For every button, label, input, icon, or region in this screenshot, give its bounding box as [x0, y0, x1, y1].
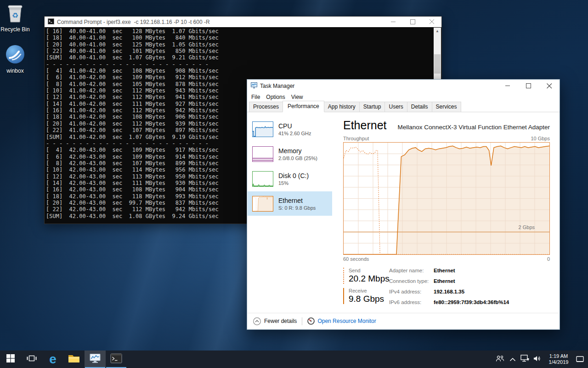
taskbar-clock[interactable]: 1:19 AM 1/4/2019 — [545, 353, 572, 365]
fewer-details-button[interactable]: Fewer details — [253, 317, 297, 325]
winbox-icon — [5, 58, 25, 66]
detail-value: 192.168.1.35 — [434, 289, 509, 298]
tab-startup[interactable]: Startup — [359, 102, 385, 112]
receive-label: Receive — [349, 288, 389, 293]
sidebar-item-subtitle: 15% — [278, 180, 309, 186]
receive-stat: Receive 9.8 Gbps — [343, 288, 389, 304]
tab-services[interactable]: Services — [432, 102, 461, 112]
sidebar-item-title: CPU — [278, 122, 311, 130]
scrollbar-up-arrow[interactable]: ▲ — [434, 28, 441, 34]
chart-x-right-label: 0 — [547, 256, 550, 262]
chart-marker-label: 2 Gbps — [519, 224, 535, 230]
taskbar-task-manager-button[interactable] — [85, 351, 106, 368]
edge-icon: e — [49, 353, 57, 365]
sidebar-item-title: Disk 0 (C:) — [278, 172, 309, 179]
menu-bar: FileOptionsView — [247, 92, 560, 102]
performance-sidebar: CPU41% 2.60 GHzMemory2.0/8.0 GB (25%)Dis… — [248, 113, 332, 312]
send-stat: Send 20.2 Mbps — [343, 268, 389, 284]
resource-monitor-icon — [307, 317, 315, 325]
task-manager-icon — [89, 353, 101, 366]
sidebar-item-title: Memory — [278, 147, 317, 155]
desktop-icon-label: Recycle Bin — [0, 26, 30, 33]
windows-icon — [6, 354, 15, 365]
taskbar: e 1:19 AM 1/4/2019 — [0, 351, 588, 368]
tray-network-button[interactable] — [519, 351, 531, 368]
detail-label: Connection type: — [389, 278, 434, 287]
sidebar-item-memory[interactable]: Memory2.0/8.0 GB (25%) — [248, 142, 332, 166]
open-resource-monitor-label: Open Resource Monitor — [317, 318, 376, 324]
tab-performance[interactable]: Performance — [283, 101, 324, 112]
chart-x-left-label: 60 seconds — [343, 256, 369, 262]
cpu-thumbnail-chart — [252, 121, 273, 137]
people-icon — [496, 355, 504, 364]
terminal-close-button[interactable] — [422, 17, 441, 27]
detail-value: Ethernet — [434, 278, 509, 287]
desktop: ♻ Recycle Bin winbox — [0, 0, 588, 368]
menu-item-view[interactable]: View — [291, 93, 307, 101]
sidebar-item-disk[interactable]: Disk 0 (C:)15% — [248, 167, 332, 191]
terminal-icon — [110, 353, 122, 365]
task-manager-footer: Fewer details Open Resource Monitor — [248, 313, 559, 329]
detail-label: IPv6 address: — [389, 299, 434, 308]
taskbar-command-prompt-button[interactable] — [106, 351, 127, 368]
send-label: Send — [349, 268, 389, 273]
desktop-icon-winbox[interactable]: winbox — [0, 44, 30, 74]
chevron-up-circle-icon — [253, 317, 261, 325]
network-icon — [520, 355, 529, 364]
sidebar-item-ethernet[interactable]: EthernetS: 0 R: 9.8 Gbps — [248, 191, 332, 216]
detail-label: IPv4 address: — [389, 289, 434, 298]
tray-volume-button[interactable] — [531, 351, 543, 368]
task-view-icon — [27, 354, 37, 364]
task-manager-icon — [251, 82, 257, 90]
tab-details[interactable]: Details — [407, 102, 432, 112]
speaker-icon — [533, 355, 541, 364]
ethernet-thumbnail-chart — [252, 196, 273, 212]
sidebar-item-subtitle: 2.0/8.0 GB (25%) — [278, 155, 317, 161]
task-manager-close-button[interactable] — [539, 80, 560, 92]
clock-time: 1:19 AM — [545, 353, 572, 359]
menu-item-options[interactable]: Options — [266, 93, 289, 101]
desktop-icon-recycle-bin[interactable]: ♻ Recycle Bin — [0, 3, 30, 33]
action-center-button[interactable] — [574, 351, 586, 368]
chart-ymax-label: 10 Gbps — [531, 136, 550, 141]
recycle-bin-icon: ♻ — [6, 17, 25, 24]
taskbar-task-view-button[interactable] — [21, 351, 42, 368]
sidebar-item-subtitle: S: 0 R: 9.8 Gbps — [278, 205, 316, 211]
adapter-description: Mellanox ConnectX-3 Virtual Function Eth… — [398, 124, 550, 131]
open-resource-monitor-link[interactable]: Open Resource Monitor — [307, 317, 376, 325]
tab-processes[interactable]: Processes — [249, 102, 283, 112]
throughput-chart: 2 Gbps — [343, 142, 550, 255]
receive-value: 9.8 Gbps — [349, 294, 389, 304]
terminal-maximize-button[interactable] — [403, 17, 422, 27]
window-title: Task Manager — [260, 83, 294, 89]
fewer-details-label: Fewer details — [264, 318, 297, 324]
taskbar-start-button[interactable] — [0, 351, 21, 368]
menu-item-file[interactable]: File — [251, 93, 264, 101]
chevron-up-icon — [509, 355, 516, 363]
clock-date: 1/4/2019 — [545, 359, 572, 365]
task-manager-titlebar[interactable]: Task Manager — [247, 80, 560, 92]
action-center-icon — [576, 356, 584, 363]
cmd-icon — [48, 18, 54, 26]
detail-value: Ethernet — [434, 268, 509, 276]
detail-label: Adapter name: — [389, 268, 434, 276]
taskbar-edge-button[interactable]: e — [42, 351, 63, 368]
sidebar-item-title: Ethernet — [278, 197, 316, 204]
footer-divider — [302, 317, 302, 325]
scrollbar-thumb[interactable] — [434, 54, 441, 74]
detail-value: fe80::2959:7f39:3db4:36fb%14 — [434, 299, 509, 308]
chart-title: Throughput — [343, 136, 369, 141]
tab-users[interactable]: Users — [384, 102, 407, 112]
tray-people-button[interactable] — [494, 351, 506, 368]
tab-app-history[interactable]: App history — [324, 102, 360, 112]
terminal-minimize-button[interactable] — [384, 17, 403, 27]
taskbar-file-explorer-button[interactable] — [63, 351, 85, 368]
terminal-titlebar[interactable]: Command Prompt - iperf3.exe -c 192.168.1… — [45, 17, 441, 27]
sidebar-item-cpu[interactable]: CPU41% 2.60 GHz — [248, 117, 332, 141]
tray-tray-chevron-button[interactable] — [506, 351, 519, 368]
task-manager-maximize-button[interactable] — [518, 80, 539, 92]
task-manager-minimize-button[interactable] — [498, 80, 518, 92]
terminal-title: Command Prompt - iperf3.exe -c 192.168.1… — [57, 19, 210, 25]
sidebar-item-subtitle: 41% 2.60 GHz — [278, 131, 311, 136]
ethernet-panel: Ethernet Mellanox ConnectX-3 Virtual Fun… — [332, 113, 559, 312]
